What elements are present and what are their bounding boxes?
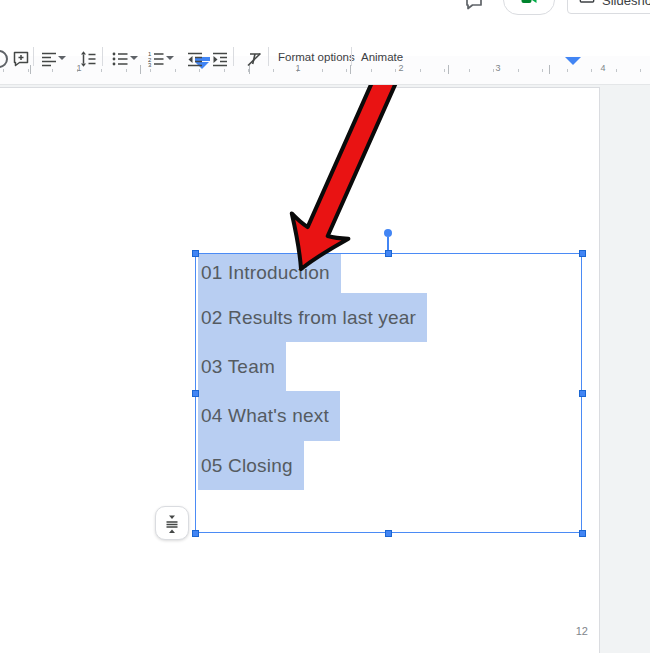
- right-indent-marker[interactable]: [565, 57, 581, 65]
- handle-middle-right[interactable]: [579, 390, 586, 397]
- toolbar-separator: [233, 47, 234, 66]
- bulleted-list-icon: [111, 50, 129, 68]
- ruler-tick: [350, 65, 351, 74]
- handle-bottom-center[interactable]: [385, 530, 392, 537]
- slideshow-button[interactable]: Slideshow: [567, 0, 650, 14]
- toolbar-separator: [102, 47, 103, 66]
- ruler-tick: [448, 65, 449, 74]
- slideshow-label: Slideshow: [602, 0, 650, 8]
- add-comment-button[interactable]: [9, 47, 33, 71]
- add-comment-icon: [12, 50, 30, 68]
- align-dropdown-caret[interactable]: [58, 56, 66, 60]
- handle-bottom-left[interactable]: [192, 530, 199, 537]
- ruler-number: 4: [600, 63, 605, 73]
- numbered-list-button[interactable]: 1 2 3: [144, 47, 168, 71]
- toolbar-separator: [268, 47, 269, 66]
- bulleted-list-dropdown-caret[interactable]: [130, 56, 138, 60]
- vertical-align-middle-icon: [162, 512, 182, 534]
- meet-icon: [519, 0, 539, 12]
- decrease-indent-button[interactable]: [183, 47, 207, 71]
- handle-top-center[interactable]: [385, 250, 392, 257]
- ruler-tick: [549, 65, 550, 74]
- line-spacing-icon: [79, 50, 97, 68]
- textbox-selection-frame[interactable]: [195, 253, 582, 533]
- bulleted-list-button[interactable]: [108, 47, 132, 71]
- numbered-list-dropdown-caret[interactable]: [166, 56, 174, 60]
- handle-middle-left[interactable]: [192, 390, 199, 397]
- ruler-tick: [140, 65, 141, 74]
- vertical-align-button[interactable]: [155, 506, 189, 540]
- meet-button[interactable]: [503, 0, 555, 15]
- line-spacing-button[interactable]: [76, 47, 100, 71]
- animate-button[interactable]: Animate: [361, 51, 403, 63]
- clear-formatting-button[interactable]: [242, 47, 266, 71]
- handle-top-left[interactable]: [192, 250, 199, 257]
- align-left-icon: [40, 50, 58, 68]
- format-options-button[interactable]: Format options: [278, 51, 355, 63]
- ruler-number: 1: [295, 63, 300, 73]
- increase-indent-button[interactable]: [208, 47, 232, 71]
- ruler-ticks: [3, 69, 650, 72]
- slide-page-number: 12: [560, 625, 588, 637]
- comments-icon[interactable]: [464, 0, 484, 15]
- rotation-handle[interactable]: [384, 229, 392, 237]
- svg-text:3: 3: [148, 62, 152, 68]
- ruler-number: 3: [495, 63, 500, 73]
- handle-top-right[interactable]: [579, 250, 586, 257]
- toolbar: 1 2 3 Format options Animate: [0, 15, 650, 56]
- handle-bottom-right[interactable]: [579, 530, 586, 537]
- increase-indent-icon: [211, 50, 229, 68]
- clear-formatting-icon: [245, 50, 263, 68]
- ruler-number: 2: [398, 63, 403, 73]
- toolbar-separator: [33, 47, 34, 66]
- numbered-list-icon: 1 2 3: [147, 50, 165, 68]
- toolbar-separator: [351, 47, 352, 66]
- decrease-indent-icon: [186, 50, 204, 68]
- present-icon: [579, 0, 595, 10]
- top-app-bar: Slideshow: [0, 0, 650, 15]
